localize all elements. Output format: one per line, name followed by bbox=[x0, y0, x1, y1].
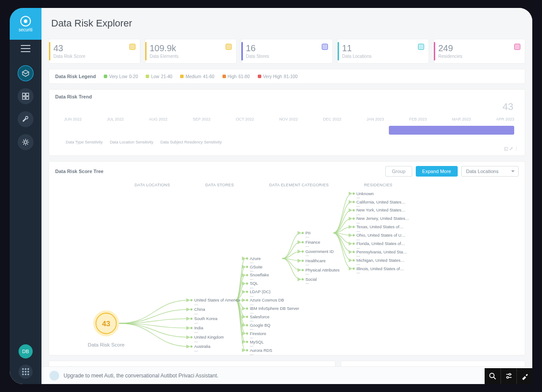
svg-point-76 bbox=[301, 269, 304, 271]
svg-text:Australia: Australia bbox=[194, 344, 211, 349]
nav-item-assets[interactable] bbox=[18, 88, 34, 104]
svg-text:—: — bbox=[305, 253, 309, 258]
svg-text:GSuite: GSuite bbox=[250, 264, 263, 269]
kpi-data-stores[interactable]: 16 Data Stores bbox=[241, 39, 333, 64]
build-tool-icon[interactable] bbox=[516, 368, 532, 384]
trend-bar bbox=[389, 126, 514, 135]
svg-point-73 bbox=[301, 260, 304, 262]
wrench-icon bbox=[22, 115, 30, 123]
svg-text:Salesforce: Salesforce bbox=[250, 314, 270, 319]
kpi-icon bbox=[226, 44, 232, 50]
svg-point-88 bbox=[353, 209, 355, 211]
svg-point-97 bbox=[353, 234, 355, 236]
group-button[interactable]: Group bbox=[385, 166, 412, 177]
sliders-tool-icon[interactable] bbox=[501, 368, 516, 384]
tree-chart[interactable]: 43 Data Risk Score United States of bbox=[55, 189, 519, 348]
app-launcher-icon[interactable] bbox=[19, 365, 33, 379]
kpi-icon bbox=[129, 44, 136, 50]
trend-x-axis: JUN 2022JUL 2022AUG 2022 SEP 2022OCT 202… bbox=[64, 117, 514, 121]
svg-text:—: — bbox=[305, 244, 309, 249]
svg-text:SQL: SQL bbox=[250, 281, 258, 286]
page-header: Data Risk Explorer bbox=[41, 8, 532, 39]
content: 43 Data Risk Score 109.9k Data Elements … bbox=[41, 39, 532, 384]
svg-text:—: — bbox=[305, 272, 309, 276]
svg-point-58 bbox=[246, 341, 248, 343]
legend-very-high: Very High 81-100 bbox=[258, 74, 298, 79]
brand-logo[interactable]: securiti bbox=[10, 8, 41, 40]
svg-text:Texas, United States of…: Texas, United States of… bbox=[357, 224, 403, 229]
svg-rect-4 bbox=[26, 97, 29, 99]
svg-rect-3 bbox=[23, 97, 25, 99]
svg-point-117 bbox=[507, 377, 508, 378]
svg-rect-1 bbox=[23, 93, 25, 96]
tree-dimension-select[interactable]: Data Locations bbox=[461, 166, 519, 177]
svg-point-52 bbox=[246, 324, 248, 326]
expand-more-button[interactable]: Expand More bbox=[416, 166, 458, 177]
kpi-data-elements[interactable]: 109.9k Data Elements bbox=[145, 39, 237, 64]
svg-point-43 bbox=[246, 299, 248, 301]
trend-sublegend: Data Type Sensitivity Data Location Sens… bbox=[55, 140, 519, 144]
tree-column-headers: DATA LOCATIONS DATA STORES DATA ELEMENT … bbox=[55, 183, 519, 187]
svg-text:New Jersey, United States…: New Jersey, United States… bbox=[357, 216, 410, 221]
svg-text:Illinois, United States of…: Illinois, United States of… bbox=[357, 266, 404, 271]
svg-point-46 bbox=[246, 307, 248, 309]
svg-text:IBM InfoSphere DB Server: IBM InfoSphere DB Server bbox=[250, 306, 299, 311]
svg-point-64 bbox=[301, 232, 304, 234]
svg-text:Firestore: Firestore bbox=[250, 331, 266, 336]
svg-point-103 bbox=[353, 251, 355, 253]
assistant-banner[interactable]: Upgrade to meet Auti, the conversational… bbox=[41, 366, 532, 384]
user-avatar[interactable]: DB bbox=[19, 344, 33, 358]
svg-text:Ohio, United States of U…: Ohio, United States of U… bbox=[357, 233, 406, 237]
svg-rect-2 bbox=[26, 93, 29, 96]
svg-point-34 bbox=[246, 274, 248, 276]
svg-text:—: — bbox=[305, 281, 309, 286]
svg-text:Azure Cosmos DB: Azure Cosmos DB bbox=[250, 298, 284, 302]
kpi-icon bbox=[322, 44, 328, 50]
main-area: Data Risk Explorer 43 Data Risk Score 10… bbox=[41, 8, 532, 384]
svg-text:—: — bbox=[194, 339, 198, 344]
kpi-data-risk-score[interactable]: 43 Data Risk Score bbox=[49, 39, 140, 64]
svg-point-19 bbox=[190, 327, 192, 329]
svg-point-91 bbox=[353, 218, 355, 220]
svg-text:Data Risk Score: Data Risk Score bbox=[88, 342, 124, 347]
svg-point-79 bbox=[301, 278, 304, 280]
kpi-icon bbox=[514, 44, 520, 50]
sidebar: securiti DB bbox=[10, 8, 41, 384]
nav-item-settings[interactable] bbox=[18, 134, 34, 150]
svg-text:Finance: Finance bbox=[305, 240, 320, 245]
svg-text:—: — bbox=[250, 352, 254, 356]
cube-icon bbox=[22, 69, 30, 77]
nav-item-data-risk[interactable] bbox=[18, 65, 34, 81]
svg-point-112 bbox=[490, 373, 494, 378]
trend-panel: Data Risk Trend 43 JUN 2022JUL 2022AUG 2… bbox=[49, 89, 525, 156]
svg-point-5 bbox=[24, 141, 27, 143]
search-tool-icon[interactable] bbox=[485, 368, 501, 384]
legend-very-low: Very Low 0-20 bbox=[104, 74, 138, 79]
kpi-row: 43 Data Risk Score 109.9k Data Elements … bbox=[49, 39, 525, 64]
svg-point-70 bbox=[301, 250, 304, 253]
svg-point-82 bbox=[353, 192, 355, 195]
svg-text:United States of America: United States of America bbox=[194, 298, 241, 302]
assistant-text: Upgrade to meet Auti, the conversational… bbox=[64, 373, 218, 379]
svg-point-85 bbox=[353, 201, 355, 203]
tree-title: Data Risk Score Tree bbox=[55, 169, 103, 174]
logo-icon bbox=[20, 16, 31, 26]
svg-text:Social: Social bbox=[305, 277, 317, 282]
menu-toggle-icon[interactable] bbox=[21, 45, 30, 52]
svg-point-55 bbox=[246, 332, 248, 335]
kpi-data-locations[interactable]: 11 Data Locations bbox=[337, 39, 429, 64]
legend-title: Data Risk Legend bbox=[55, 74, 96, 79]
svg-point-22 bbox=[190, 336, 192, 338]
svg-point-40 bbox=[246, 291, 248, 293]
trend-title: Data Risk Trend bbox=[55, 94, 519, 99]
legend-medium: Medium 41-60 bbox=[180, 74, 214, 79]
nav-item-tools[interactable] bbox=[18, 111, 34, 127]
svg-text:China: China bbox=[194, 307, 205, 312]
svg-point-16 bbox=[190, 317, 192, 320]
kpi-residencies[interactable]: 249 Residencies bbox=[433, 39, 525, 64]
svg-point-106 bbox=[353, 259, 355, 261]
trend-toolbar[interactable]: ◱ ⤢ ⋮ bbox=[55, 144, 519, 151]
svg-text:—: — bbox=[194, 330, 198, 335]
svg-point-100 bbox=[353, 242, 355, 245]
svg-text:Snowflake: Snowflake bbox=[250, 272, 269, 277]
